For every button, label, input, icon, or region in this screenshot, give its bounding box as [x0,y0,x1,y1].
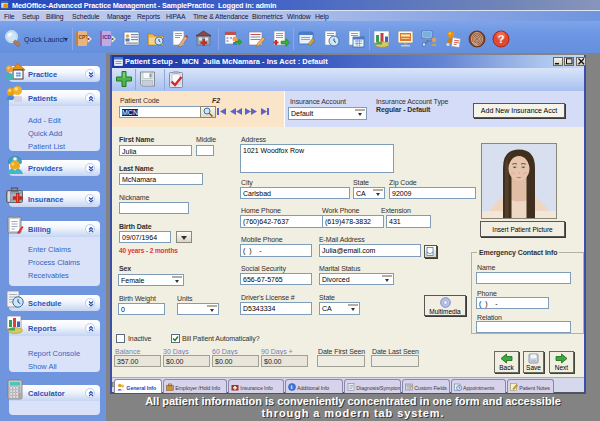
svg-text:?: ? [498,33,505,45]
svg-text:CPT: CPT [79,34,89,40]
svg-text:ICD: ICD [103,34,112,40]
